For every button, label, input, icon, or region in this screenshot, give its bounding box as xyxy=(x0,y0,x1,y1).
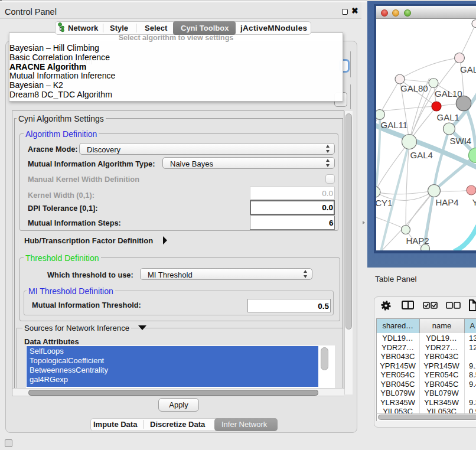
svg-text:GAL2: GAL2 xyxy=(460,64,476,74)
svg-text:HAP2: HAP2 xyxy=(406,236,429,246)
svg-text:HAP4: HAP4 xyxy=(436,197,459,207)
svg-text:SWI4: SWI4 xyxy=(450,136,472,146)
svg-text:GAL11: GAL11 xyxy=(381,120,408,130)
svg-text:Y: Y xyxy=(472,197,476,207)
svg-text:GAL1: GAL1 xyxy=(437,112,459,122)
svg-text:GAL10: GAL10 xyxy=(435,89,462,99)
svg-text:GCY1: GCY1 xyxy=(376,198,392,208)
svg-text:GAL80: GAL80 xyxy=(400,83,428,93)
svg-text:GAL4: GAL4 xyxy=(410,150,433,160)
